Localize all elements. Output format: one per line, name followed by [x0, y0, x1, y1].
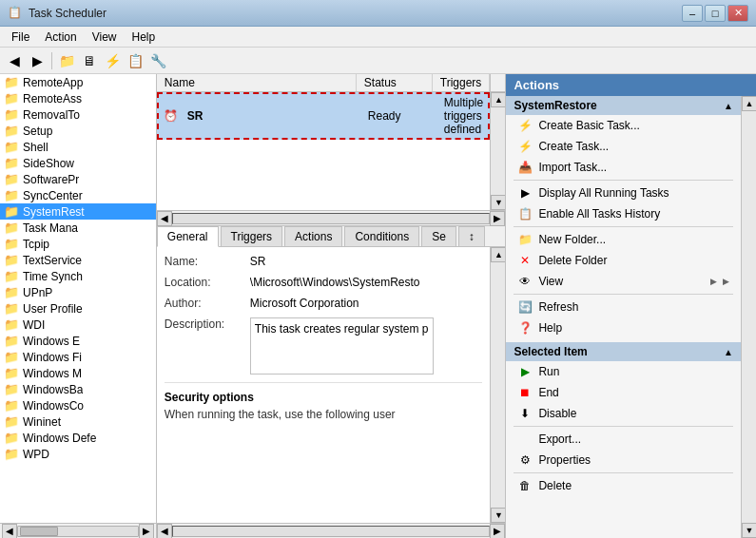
toolbar-folder[interactable]: 📁: [56, 50, 77, 71]
col-header-triggers[interactable]: Triggers: [433, 74, 491, 91]
task-list-vscrollbar[interactable]: ▲ ▼: [490, 92, 505, 210]
actions-vscroll-down[interactable]: ▼: [742, 523, 756, 538]
folder-icon: 📁: [4, 140, 19, 154]
sidebar-item-windowsba[interactable]: 📁WindowsBa: [0, 381, 156, 397]
detail-hscroll-track[interactable]: [172, 526, 491, 537]
detail-hscrollbar[interactable]: ◀ ▶: [157, 523, 506, 538]
vscroll-track[interactable]: [491, 107, 505, 195]
sidebar-item-windowse[interactable]: 📁Windows E: [0, 333, 156, 349]
task-list-hscroll[interactable]: ◀ ▶: [157, 210, 506, 225]
sidebar-item-setup[interactable]: 📁Setup: [0, 123, 156, 139]
menu-action[interactable]: Action: [37, 29, 84, 46]
action-help[interactable]: ❓ Help: [506, 317, 741, 338]
maximize-button[interactable]: □: [705, 5, 726, 22]
action-create-task[interactable]: ⚡ Create Task...: [506, 136, 741, 157]
tab-triggers[interactable]: Triggers: [221, 226, 283, 246]
tab-more[interactable]: ↕: [458, 226, 485, 246]
sidebar-item-wdi[interactable]: 📁WDI: [0, 317, 156, 333]
hscroll-left[interactable]: ◀: [157, 211, 172, 226]
detail-hscroll-left[interactable]: ◀: [157, 524, 172, 539]
minimize-button[interactable]: –: [682, 5, 703, 22]
action-create-basic-task[interactable]: ⚡ Create Basic Task...: [506, 115, 741, 136]
action-display-running[interactable]: ▶ Display All Running Tasks: [506, 183, 741, 203]
folder-icon: 📁: [4, 237, 19, 251]
sidebar-item-taskmana[interactable]: 📁Task Mana: [0, 220, 156, 236]
sidebar-hscroll-track[interactable]: [17, 526, 139, 537]
folder-icon: 📁: [4, 301, 19, 316]
action-separator-4: [514, 426, 733, 427]
sidebar-item-sideshow[interactable]: 📁SideShow: [0, 155, 156, 171]
sidebar-item-removalto[interactable]: 📁RemovalTo: [0, 106, 156, 123]
tab-general[interactable]: General: [157, 226, 219, 247]
action-end[interactable]: ⏹ End: [506, 382, 741, 403]
selected-item-section-title[interactable]: Selected Item ▲: [506, 342, 741, 361]
actions-vscroll-track[interactable]: [742, 111, 756, 523]
system-restore-section-title[interactable]: SystemRestore ▲: [506, 96, 741, 115]
sidebar-hscroll-thumb[interactable]: [20, 527, 58, 536]
action-new-folder[interactable]: 📁 New Folder...: [506, 229, 741, 250]
sidebar-item-windowsco[interactable]: 📁WindowsCo: [0, 397, 156, 413]
close-button[interactable]: ✕: [727, 5, 748, 22]
menu-help[interactable]: Help: [125, 29, 164, 46]
detail-content: Name: SR Location: \Microsoft\Windows\Sy…: [157, 247, 491, 523]
action-separator-3: [514, 294, 733, 295]
sidebar-item-remoteapp[interactable]: 📁RemoteApp: [0, 74, 156, 90]
sidebar-item-upnp[interactable]: 📁UPnP: [0, 284, 156, 300]
toolbar-monitor[interactable]: 🖥: [79, 50, 100, 71]
toolbar-forward[interactable]: ▶: [27, 50, 48, 71]
sidebar-item-windowsdefe[interactable]: 📁Windows Defe: [0, 430, 156, 446]
hscroll-track[interactable]: [172, 213, 491, 224]
action-run[interactable]: ▶ Run: [506, 361, 741, 382]
sidebar-item-windowsfi[interactable]: 📁Windows Fi: [0, 349, 156, 365]
action-properties[interactable]: ⚙ Properties: [506, 450, 741, 471]
vscroll-up[interactable]: ▲: [491, 92, 505, 107]
hscroll-right[interactable]: ▶: [490, 211, 505, 226]
toolbar-settings[interactable]: 🔧: [147, 50, 168, 71]
detail-hscroll-right[interactable]: ▶: [490, 524, 505, 539]
detail-vscroll-up[interactable]: ▲: [491, 247, 505, 262]
menu-file[interactable]: File: [4, 29, 37, 46]
detail-vscroll-down[interactable]: ▼: [491, 508, 505, 523]
export-icon: [517, 432, 533, 447]
tab-settings[interactable]: Se: [421, 226, 456, 246]
sidebar-item-softwarepr[interactable]: 📁SoftwarePr: [0, 171, 156, 187]
create-basic-task-icon: ⚡: [517, 118, 533, 133]
vscroll-down[interactable]: ▼: [491, 195, 505, 210]
sidebar-item-windowsm[interactable]: 📁Windows M: [0, 365, 156, 381]
action-disable[interactable]: ⬇ Disable: [506, 403, 741, 424]
sidebar-item-shell[interactable]: 📁Shell: [0, 139, 156, 155]
action-enable-history[interactable]: 📋 Enable All Tasks History: [506, 203, 741, 224]
toolbar-clipboard[interactable]: 📋: [125, 50, 145, 71]
sidebar-item-textservice[interactable]: 📁TextService: [0, 252, 156, 268]
action-import-task[interactable]: 📥 Import Task...: [506, 157, 741, 178]
toolbar-back[interactable]: ◀: [4, 50, 25, 71]
tab-conditions[interactable]: Conditions: [344, 226, 419, 246]
detail-vscroll-track[interactable]: [491, 262, 505, 508]
sidebar-item-systemrest[interactable]: 📁SystemRest: [0, 203, 156, 220]
detail-vscrollbar[interactable]: ▲ ▼: [490, 247, 505, 523]
tab-actions[interactable]: Actions: [284, 226, 342, 246]
sidebar-hscroll-right[interactable]: ▶: [139, 524, 154, 539]
action-refresh[interactable]: 🔄 Refresh: [506, 297, 741, 317]
action-export[interactable]: Export...: [506, 429, 741, 450]
task-row-sr[interactable]: ⏰ SR Ready Multiple triggers defined: [157, 92, 491, 140]
sidebar-item-wpd[interactable]: 📁WPD: [0, 446, 156, 462]
sidebar-item-remoteass[interactable]: 📁RemoteAss: [0, 90, 156, 106]
sidebar-item-wininet[interactable]: 📁Wininet: [0, 413, 156, 430]
action-view[interactable]: 👁 View ▶: [506, 271, 741, 292]
actions-vscrollbar[interactable]: ▲ ▼: [741, 96, 756, 538]
sidebar-item-tcpip[interactable]: 📁Tcpip: [0, 236, 156, 252]
sidebar-item-timesynch[interactable]: 📁Time Synch: [0, 268, 156, 284]
action-delete-folder[interactable]: ✕ Delete Folder: [506, 250, 741, 271]
toolbar-task[interactable]: ⚡: [102, 50, 123, 71]
sidebar-hscrollbar[interactable]: ◀ ▶: [0, 523, 156, 538]
col-header-status[interactable]: Status: [357, 74, 433, 91]
sidebar-hscroll-left[interactable]: ◀: [2, 524, 17, 539]
action-delete[interactable]: 🗑 Delete: [506, 475, 741, 496]
actions-vscroll-up[interactable]: ▲: [742, 96, 756, 111]
sidebar-item-userprofile[interactable]: 📁User Profile: [0, 300, 156, 317]
col-header-name[interactable]: Name: [157, 74, 357, 91]
action-separator-5: [514, 472, 733, 473]
menu-view[interactable]: View: [85, 29, 125, 46]
sidebar-item-synccenter[interactable]: 📁SyncCenter: [0, 187, 156, 203]
